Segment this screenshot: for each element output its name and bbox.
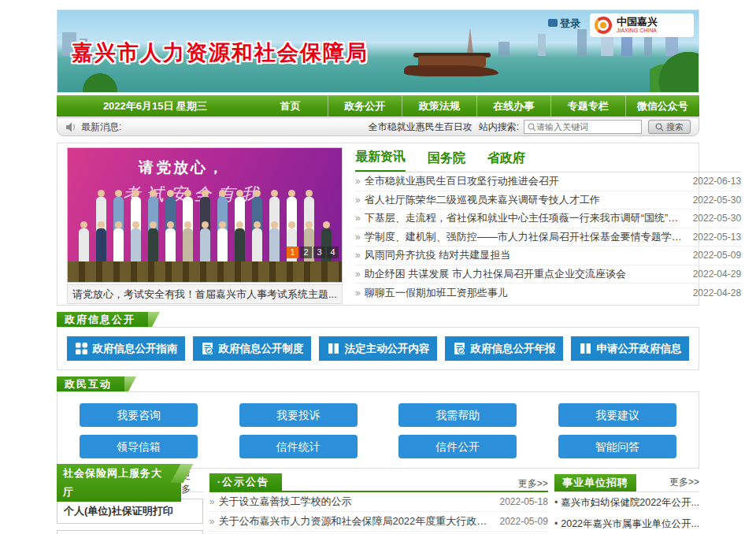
search-icon bbox=[655, 123, 664, 132]
jiaxing-logo[interactable]: 中国嘉兴 JIAXING CHINA bbox=[590, 13, 694, 37]
double-arrow-icon: » bbox=[355, 250, 361, 261]
gov-info-guide-button[interactable]: 政府信息公开指南 bbox=[67, 336, 185, 361]
news-row: »下基层、走流程，省社保和就业中心主任项薇一行来我市调研“国统”上线情况2022… bbox=[355, 210, 741, 228]
double-arrow-icon: » bbox=[355, 232, 361, 243]
gov-info-buttons: 政府信息公开指南 政府信息公开制度 法定主动公开内容 bbox=[57, 327, 699, 370]
nav-item-wechat[interactable]: 微信公众号 bbox=[625, 95, 700, 117]
mail-disclosure-button[interactable]: 信件公开 bbox=[398, 435, 517, 458]
tab-latest-news[interactable]: 最新资讯 bbox=[355, 149, 406, 172]
double-arrow-icon: » bbox=[355, 176, 361, 187]
grid-icon bbox=[75, 342, 88, 355]
news-ticker-bar: 最新消息: 全市稳就业惠民生百日攻 站内搜索: 搜索 bbox=[57, 117, 699, 136]
nav-item-special-topics[interactable]: 专题专栏 bbox=[550, 95, 625, 117]
logo-subtitle: JIAXING CHINA bbox=[617, 27, 658, 34]
annual-report-button[interactable]: 政府信息公开年报 bbox=[445, 336, 563, 361]
bottom-columns: 社会保险网上服务大厅 更多 个人(单位)社保证明打印 办事指南 ·公示公告 更多… bbox=[57, 473, 699, 534]
site-search-label: 站内搜索: bbox=[479, 121, 519, 134]
nav-item-policies[interactable]: 政策法规 bbox=[402, 95, 476, 117]
slider-pager: 1 2 3 4 bbox=[287, 247, 339, 258]
search-button[interactable]: 搜索 bbox=[648, 120, 691, 134]
insurance-cert-print-link[interactable]: 个人(单位)社保证明打印 bbox=[57, 499, 203, 524]
recruitment-item[interactable]: 2022年嘉兴市属事业单位公开... bbox=[554, 514, 699, 534]
notices-more-link[interactable]: 更多>> bbox=[518, 477, 548, 491]
social-insurance-title: 社会保险网上服务大厅 bbox=[57, 464, 181, 502]
notices-title: ·公示公告 bbox=[209, 473, 282, 491]
double-arrow-icon: » bbox=[209, 516, 215, 527]
recruitment-item[interactable]: 嘉兴市妇幼保健院2022年公开... bbox=[554, 492, 699, 514]
ticker-label: 最新消息: bbox=[81, 121, 121, 134]
smart-qa-button[interactable]: 智能问答 bbox=[558, 435, 676, 458]
pager-3[interactable]: 3 bbox=[313, 247, 325, 258]
notice-row: »关于设立嘉善技工学校的公示2022-05-18 bbox=[209, 492, 548, 512]
main-nav: 2022年6月15日 星期三 首页 政务公开 政策法规 在线办事 专题专栏 微信… bbox=[57, 95, 699, 117]
slider-photo[interactable]: 请党放心， 考试安全有我 1 2 3 4 bbox=[67, 147, 343, 283]
double-arrow-icon: » bbox=[355, 195, 361, 206]
tab-state-council[interactable]: 国务院 bbox=[428, 150, 465, 172]
statutory-disclosure-button[interactable]: 法定主动公开内容 bbox=[319, 336, 437, 361]
site-title: 嘉兴市人力资源和社会保障局 bbox=[72, 39, 369, 67]
double-arrow-icon: » bbox=[355, 269, 361, 280]
pager-1[interactable]: 1 bbox=[287, 247, 298, 258]
jiaxing-logo-icon bbox=[595, 17, 612, 34]
recruitment-more-link[interactable]: 更多>> bbox=[669, 476, 699, 489]
speaker-icon bbox=[65, 122, 76, 132]
double-arrow-icon: » bbox=[355, 287, 361, 299]
news-panel: 最新资讯 国务院 省政府 »全市稳就业惠民生百日攻坚行动推进会召开2022-06… bbox=[355, 147, 741, 300]
notices-column: ·公示公告 更多>> »关于设立嘉善技工学校的公示2022-05-18 »关于公… bbox=[209, 473, 548, 534]
gov-info-section: 政府信息公开 政府信息公开指南 政府信息公开制度 bbox=[57, 312, 699, 370]
leader-mailbox-button[interactable]: 领导信箱 bbox=[80, 435, 198, 458]
double-arrow-icon: » bbox=[209, 496, 215, 507]
book-icon bbox=[579, 342, 592, 355]
interaction-section-title: 政民互动 bbox=[57, 376, 124, 391]
doc-check-icon bbox=[201, 342, 214, 355]
banner: 嘉兴市人力资源和社会保障局 登录 中国嘉兴 JIAXING CHINA bbox=[57, 9, 699, 93]
pager-2[interactable]: 2 bbox=[300, 247, 312, 258]
gov-info-system-button[interactable]: 政府信息公开制度 bbox=[193, 336, 311, 361]
news-row: »风雨同舟齐抗疫 结对共建显担当2022-05-09 bbox=[355, 247, 741, 265]
search-box bbox=[524, 120, 642, 134]
nav-date: 2022年6月15日 星期三 bbox=[57, 99, 254, 113]
news-row: »省人社厅陈荣华二级巡视员来嘉兴调研专技人才工作2022-05-30 bbox=[355, 191, 741, 210]
photo-banner-text-1: 请党放心， bbox=[139, 158, 225, 178]
logo-title: 中国嘉兴 bbox=[617, 17, 658, 27]
nav-item-home[interactable]: 首页 bbox=[254, 95, 328, 117]
nav-item-online-services[interactable]: 在线办事 bbox=[476, 95, 551, 117]
suggestion-button[interactable]: 我要建议 bbox=[558, 403, 676, 427]
interaction-buttons: 我要咨询 我要投诉 我需帮助 我要建议 领导信箱 信件统计 信件公开 智能问答 bbox=[57, 391, 699, 469]
slider-caption[interactable]: 请党放心，考试安全有我！首届嘉兴市人事考试系统主题... bbox=[67, 284, 343, 304]
login-icon bbox=[548, 19, 558, 27]
ticker-scrolling-text[interactable]: 全市稳就业惠民生百日攻 bbox=[369, 121, 472, 134]
mail-statistics-button[interactable]: 信件统计 bbox=[239, 435, 358, 458]
login-link[interactable]: 登录 bbox=[548, 17, 580, 31]
page: 嘉兴市人力资源和社会保障局 登录 中国嘉兴 JIAXING CHINA 2022… bbox=[57, 0, 699, 534]
nav-item-gov-affairs[interactable]: 政务公开 bbox=[328, 95, 402, 117]
main-content: 请党放心， 考试安全有我 1 2 3 4 请党放心，考试安全有我！首届嘉兴市人事… bbox=[57, 143, 699, 306]
carpet-decor bbox=[68, 261, 342, 282]
search-input[interactable] bbox=[536, 122, 634, 132]
notice-row: »关于公布嘉兴市人力资源和社会保障局2022年度重大行政决策事...2022-0… bbox=[209, 512, 548, 532]
news-row: »助企纾困 共谋发展 市人力社保局召开重点企业交流座谈会2022-04-29 bbox=[355, 265, 741, 284]
book-icon bbox=[327, 342, 340, 355]
news-tabs: 最新资讯 国务院 省政府 bbox=[355, 147, 741, 172]
photo-slider: 请党放心， 考试安全有我 1 2 3 4 请党放心，考试安全有我！首届嘉兴市人事… bbox=[67, 147, 343, 300]
double-arrow-icon: » bbox=[355, 213, 361, 224]
need-help-button[interactable]: 我需帮助 bbox=[398, 403, 517, 427]
recruitment-column: 事业单位招聘 更多>> 嘉兴市妇幼保健院2022年公开... 2022年嘉兴市属… bbox=[554, 473, 699, 534]
news-row: »全市稳就业惠民生百日攻坚行动推进会召开2022-06-13 bbox=[355, 172, 741, 191]
tab-provincial-gov[interactable]: 省政府 bbox=[487, 150, 525, 172]
interaction-section: 政民互动 我要咨询 我要投诉 我需帮助 我要建议 领导信箱 信件统计 信件公开 … bbox=[57, 376, 699, 469]
trees-decor bbox=[650, 45, 699, 93]
red-boat-decor bbox=[404, 50, 498, 76]
news-list: »全市稳就业惠民生百日攻坚行动推进会召开2022-06-13 »省人社厅陈荣华二… bbox=[355, 172, 741, 302]
doc-check-icon bbox=[453, 342, 466, 355]
recruitment-title: 事业单位招聘 bbox=[554, 474, 636, 491]
complaint-button[interactable]: 我要投诉 bbox=[239, 403, 358, 427]
social-insurance-column: 社会保险网上服务大厅 更多 个人(单位)社保证明打印 办事指南 bbox=[57, 473, 203, 534]
gov-info-section-title: 政府信息公开 bbox=[57, 312, 148, 327]
consult-button[interactable]: 我要咨询 bbox=[80, 403, 198, 427]
search-icon bbox=[528, 123, 536, 132]
news-row: »学制度、建机制、强防控——市人力社保局召开社保基金要情专题学习会2022-05… bbox=[355, 228, 741, 247]
pager-4[interactable]: 4 bbox=[327, 247, 339, 258]
request-disclosure-button[interactable]: 申请公开政府信息 bbox=[571, 336, 689, 361]
service-guide-link[interactable]: 办事指南 bbox=[57, 530, 203, 534]
